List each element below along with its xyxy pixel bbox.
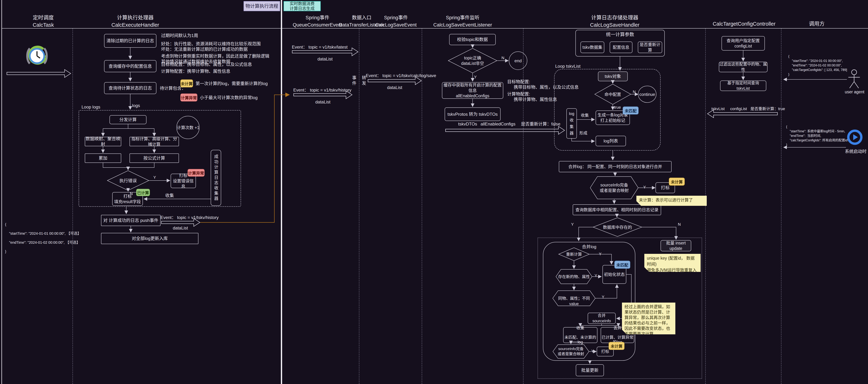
node-data-mapping: 数据映射、聚合映射 <box>85 137 121 146</box>
label-datalist-2: dataList <box>383 85 406 90</box>
left-border <box>1 0 2 384</box>
lifeline-caller <box>781 29 781 384</box>
label-exec-error-y: Y <box>153 175 156 180</box>
label-newprop-y: Y <box>594 273 597 278</box>
note-expire-3: 坏处：无法重新计算过期的已计算成功的数据 <box>161 47 248 52</box>
label-recalc-diamond: 重新计算 <box>563 252 585 257</box>
label-samediff-y: Y <box>602 294 604 300</box>
lane-calctargetconfigcontroller: CalcTargetConfigController <box>708 20 780 27</box>
caller-json-2: { "startTime": 系统中最新log时间 - 5min, "endTi… <box>786 124 847 147</box>
node-param-tskv: tskv数据集 <box>581 41 604 53</box>
node-validate-topic: 校验topic和数据 <box>449 34 496 45</box>
node-query-db: 查询数据库中相同配置、相同时刻的日志记录 <box>573 204 661 215</box>
user-agent-icon <box>848 70 860 88</box>
caller-json-1: { "startTime": "2024-01-01 00:00:00", "e… <box>788 54 848 77</box>
note-calc-config: 计算物配置：携带计算物、属性信息 <box>161 68 230 74</box>
label-forward-1: 事 件 <box>351 75 357 86</box>
badge-calc-error-2: 计算异常 <box>188 169 205 177</box>
clock-icon <box>27 47 47 63</box>
node-log-list: log列表 <box>596 136 626 146</box>
loop-logs-label: Loop logs <box>82 105 100 110</box>
label-new-prop: 存在新的物、属性 <box>558 274 590 279</box>
label-topic-cond: topic正确 dataList非空 <box>458 55 487 66</box>
arrow-dtos-to-handler <box>445 126 565 134</box>
label-err-desc: 小于最大可计算次数的异常log <box>200 95 257 100</box>
badge-calc-error-1: 计算异常 <box>180 93 197 101</box>
note-listener-t1: 目标物配置: <box>507 79 530 85</box>
note-listener-c1: 计算物配置: <box>507 91 530 97</box>
node-merge-log: 合并log： 同一配置、同一时刻的日志对象进行合并 <box>559 161 672 172</box>
lane-calclogsaveeventlistener: Spring事件监听 CalcLogSaveEventListener <box>425 14 501 29</box>
node-collect-box: 收集 未匹配、未计算的log <box>563 327 597 343</box>
label-ev-save: Event： topic = v1/tskv/calc/log/save <box>366 73 436 78</box>
label-user-agent: user agent <box>841 89 868 95</box>
label-exists-db: 数据库中存在的 <box>601 225 634 230</box>
label-ev-history-push: Event： topic = v1/tskv/history <box>160 215 219 220</box>
node-accumulate: 累加 <box>85 153 121 163</box>
label-hit-true: true <box>614 105 621 110</box>
note-target-config: 目标物配置：携带目标物、属性，以及公式信息 <box>161 62 252 67</box>
lifeline-datatransfer <box>359 29 359 384</box>
node-tskv-obj: tskv对象 <box>598 71 628 81</box>
note-expire-2: 好处：执行性能、资源消耗可以维持在比较乐观范围 <box>161 41 261 47</box>
label-ev-latest: Event： topic = v1/tskv/latest <box>292 45 348 50</box>
flow-badge-exec: 物计算执行流程 <box>244 1 280 11</box>
node-success-collector: 成功计算日志收集器 <box>211 150 221 206</box>
badge-unmatched-1: 未匹配 <box>623 107 639 115</box>
label-hex1-y: Y <box>643 184 646 190</box>
node-param-config: 配置信息 <box>610 41 632 53</box>
label-tskvdtos: tskvDTOs <box>458 121 477 127</box>
node-by-formula: 按公式计算 <box>129 153 179 163</box>
label-same-diff: 同物、属性；不同value <box>555 296 593 306</box>
label-datalist-3: dataList <box>312 99 334 105</box>
label-allenabled: allEnabledConfigs <box>480 121 515 127</box>
sticky-uncalc-note: 未计算：表示可以进行计算了 <box>637 196 707 206</box>
node-clean-expired: 清除过期的已计算的日志 <box>104 34 156 48</box>
lane-caller: 调用方 <box>799 20 835 27</box>
lane-calclogsavehandler: 计算日志存储处理器 CalcLogSaveHandler <box>579 14 651 29</box>
label-continue: continue <box>637 92 658 97</box>
schedule-json: { "startTime": "2024-01-01 00:00:00", 【可… <box>5 220 77 256</box>
badge-unmatched-2: 未匹配 <box>614 261 630 269</box>
lifeline-calctask <box>72 29 73 384</box>
label-topic-n: N <box>501 55 504 61</box>
label-datalist-1: dataList <box>314 56 336 62</box>
arrow-schedule-trigger <box>7 69 71 78</box>
note-expire-4: 考虑到物计算侧重实时数据计算，因此还是做了删除逻辑 <box>161 54 269 59</box>
note-listener-c2: 携带计算物、属性信息 <box>514 97 557 102</box>
node-query-cache-config: 查询缓存中的配置信息 <box>104 60 156 72</box>
label-ev-history-2: Event： topic = v1/tskv/history <box>293 87 351 93</box>
label-collect-2: 收集 <box>581 113 589 118</box>
label-ctl-configlist: configList <box>730 106 747 112</box>
sticky-merge-logic: 经过上面的合并逻辑，如果状态仍然是已计算、计算异常，那么其再次计算的结果也必与之… <box>622 302 675 334</box>
diagram-canvas: 物计算执行流程 实时数据消费 计算日志生成 定时调度 CalcTask 计算执行… <box>0 0 868 384</box>
label-system-boot: 系统启动时 <box>841 149 868 154</box>
label-unified-params: 统一计算参数 <box>576 32 665 37</box>
label-end: end <box>511 58 525 63</box>
label-recalc-y: Y <box>599 251 601 257</box>
node-filter-things: 过滤出这些配置中的物、属性 <box>719 62 768 72</box>
node-indicator-calc: 指标计算、高级计算、分摊计算 <box>129 137 179 146</box>
badge-uncalcul-3: 未计算 <box>609 342 624 350</box>
node-param-recalc: 是否重新计算 <box>638 41 662 53</box>
lifeline-controller <box>705 29 706 384</box>
label-exists-y: Y <box>571 222 574 227</box>
badge-uncalcul-2: 未计算 <box>669 178 685 185</box>
label-calc-count: 计算次数 +1 <box>177 125 200 130</box>
note-expire-1: 过期时间默认为1周 <box>161 33 198 38</box>
node-merge-sourceinfo: 合并 sourceInfo <box>588 313 616 324</box>
label-exec-error: 执行错误 <box>116 178 141 183</box>
loop-tskvlist-label: Loop tskvList <box>555 63 581 69</box>
label-group-merge: 合并log <box>543 244 635 249</box>
node-query-user-config: 查询用户指定配置 configList <box>721 36 765 51</box>
node-all-enabled-configs: 缓存中获取所有开启计算的配置信息 allEnabledConfigs <box>442 82 503 99</box>
section-divider <box>281 0 282 384</box>
label-hex-sourceinfo-2: sourceInfo完备 或者是聚合映射 <box>556 346 586 356</box>
node-log-collector: log 收 集 器 <box>566 108 577 139</box>
badge-uncalcul-1: 未计算 <box>180 80 193 87</box>
play-icon <box>848 131 861 144</box>
label-collect-1: 收集 <box>165 193 174 198</box>
lane-calclogsaveevent: Spring事件 CalcLogSaveEvent <box>370 14 422 29</box>
label-uncalc-desc: 第一次计算的log，需要重新计算的log <box>195 81 268 86</box>
label-form: 形成 <box>579 130 587 136</box>
